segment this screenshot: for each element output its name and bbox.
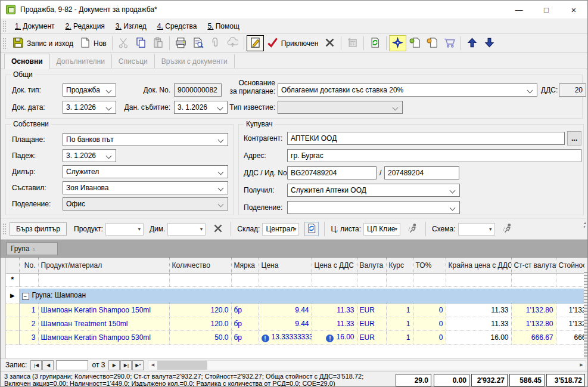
own-division-combo[interactable]: Офис	[63, 197, 228, 210]
doc-date-combo[interactable]: 3. 1.2026	[63, 101, 116, 114]
print-preview-button[interactable]	[189, 35, 207, 51]
header-no[interactable]: No.	[19, 258, 38, 273]
pricelist-combo[interactable]: ЦЛ Клие ▾	[363, 223, 400, 236]
header-value-currency[interactable]: Ст-ст валута	[511, 258, 556, 273]
record-position-input[interactable]	[56, 360, 88, 370]
edit-mode-button[interactable]	[247, 35, 264, 51]
finished-button[interactable]: Приключен	[264, 35, 322, 51]
cell-value[interactable]: 1'132	[556, 317, 584, 330]
cell-value-currency[interactable]: 1'132.80	[511, 303, 556, 317]
cell-final-price[interactable]: 11.33	[446, 303, 511, 317]
cell-unit[interactable]: бр	[231, 330, 259, 344]
scrollbar-thumb[interactable]	[157, 361, 207, 370]
tab-additional[interactable]: Допълнителни	[50, 54, 112, 68]
cell-final-price[interactable]: 16.00	[446, 330, 511, 344]
next-record-button[interactable]: ▶	[108, 360, 120, 370]
tab-main[interactable]: Основни	[4, 54, 50, 69]
product-filter-combo[interactable]: ▾	[105, 223, 144, 236]
delete-button[interactable]	[321, 35, 338, 51]
cell-product[interactable]: Шампоан Keratin Shampoo 150ml	[38, 303, 169, 317]
prev-record-button[interactable]: ◀	[42, 360, 54, 370]
payment-combo[interactable]: По банков път	[63, 133, 228, 146]
tax-event-combo[interactable]: 3. 1.2026	[174, 101, 228, 114]
copy-document-orange-button[interactable]	[424, 35, 441, 51]
header-price-vat[interactable]: Цена с ДДС	[312, 258, 357, 273]
menu-view[interactable]: 3. Изглед	[110, 20, 152, 32]
move-up-button[interactable]	[463, 35, 481, 51]
apply-scheme-button[interactable]	[500, 222, 515, 236]
cell-price-vat[interactable]: !16.00	[312, 330, 357, 344]
group-by-column-button[interactable]: Група ▵	[7, 242, 58, 255]
header-discount[interactable]: ТО%	[413, 258, 446, 273]
cell-rate[interactable]: 1	[386, 330, 413, 344]
toolbar-grip[interactable]	[3, 38, 6, 49]
cell-no[interactable]: 3	[19, 330, 38, 344]
cell-price[interactable]: !13.33333333	[259, 330, 312, 344]
cell-rate[interactable]: 1	[386, 303, 413, 317]
cell-currency[interactable]: EUR	[357, 330, 386, 344]
cell-no[interactable]: 2	[19, 317, 38, 330]
cell-value[interactable]: 666	[556, 330, 584, 344]
menu-document[interactable]: 1. Документ	[10, 20, 60, 32]
table-row[interactable]: 2 Шампоан Treatment 150ml 120.0 бр 9.44 …	[6, 317, 584, 330]
cell-rate[interactable]: 1	[386, 317, 413, 330]
copy-document-green-button[interactable]	[406, 35, 424, 51]
grid-vertical-scrollbar[interactable]	[584, 272, 587, 358]
cell-discount[interactable]: 0	[413, 330, 446, 344]
cell-price-vat[interactable]: 11.33	[312, 317, 357, 330]
scroll-left-icon[interactable]: ◀	[148, 361, 157, 370]
table-row[interactable]: 3 Шампоан Keratin Shampoo 530ml 50.0 бр …	[6, 330, 584, 344]
header-final-price[interactable]: Крайна цена с ДДС	[446, 258, 511, 273]
move-down-button[interactable]	[481, 35, 498, 51]
header-quantity[interactable]: Количество	[169, 258, 231, 273]
cell-discount[interactable]: 0	[413, 317, 446, 330]
tab-lists[interactable]: Списъци	[112, 54, 155, 68]
received-by-combo[interactable]: Служител Аптеки ООД	[287, 184, 460, 197]
buyer-division-combo[interactable]	[287, 201, 460, 214]
first-record-button[interactable]: |◀	[30, 360, 42, 370]
menu-tools[interactable]: 4. Средства	[152, 20, 203, 32]
contractor-input[interactable]	[287, 132, 565, 145]
minimize-button[interactable]: —	[505, 1, 533, 18]
cell-qty[interactable]: 120.0	[169, 317, 231, 330]
cell-qty[interactable]: 50.0	[169, 330, 231, 344]
menu-grip[interactable]	[3, 21, 6, 32]
refresh-document-button[interactable]	[366, 35, 384, 51]
cell-value-currency[interactable]: 666.67	[511, 330, 556, 344]
id-number-input[interactable]	[384, 166, 459, 179]
due-date-combo[interactable]: 3. 1.2026	[63, 149, 116, 162]
cell-unit[interactable]: бр	[231, 317, 259, 330]
scheme-combo[interactable]: ▾	[458, 223, 495, 236]
author-combo[interactable]: Зоя Иванова	[63, 181, 228, 194]
menu-edit[interactable]: 2. Редакция	[60, 20, 110, 32]
warehouse-combo[interactable]: Централ ▾	[262, 223, 299, 236]
scroll-right-icon[interactable]: ▶	[577, 361, 586, 370]
cell-product[interactable]: Шампоан Treatment 150ml	[38, 317, 169, 330]
doc-type-combo[interactable]: Продажба	[63, 83, 116, 97]
new-record-button[interactable]: ▶*	[132, 360, 144, 370]
cart-button[interactable]	[441, 35, 458, 51]
cell-discount[interactable]: 0	[413, 303, 446, 317]
contractor-browse-button[interactable]: ...	[567, 131, 581, 145]
filter-grip[interactable]	[3, 224, 6, 234]
header-value[interactable]: Стойност	[556, 258, 584, 273]
collapse-group-icon[interactable]: −	[22, 293, 29, 300]
header-price[interactable]: Цена	[259, 258, 312, 273]
header-currency[interactable]: Валута	[357, 258, 386, 273]
grid-horizontal-scrollbar[interactable]: ◀ ▶	[148, 360, 586, 370]
header-product[interactable]: Продукт/материал	[38, 258, 169, 273]
clear-filter-button[interactable]	[211, 222, 225, 236]
grounds-combo[interactable]: Облагаеми доставки със ставка 20%	[278, 83, 537, 97]
cell-product[interactable]: Шампоан Keratin Shampoo 530ml	[38, 330, 169, 344]
header-rate[interactable]: Курс	[386, 258, 413, 273]
cell-no[interactable]: 1	[19, 303, 38, 317]
filter-overflow-arrows[interactable]: ◂▸	[583, 221, 587, 228]
cell-qty[interactable]: 120.0	[169, 303, 231, 317]
header-unit[interactable]: Мярка	[231, 258, 259, 273]
dealer-combo[interactable]: Служител	[63, 165, 228, 178]
quick-filter-button[interactable]: Бърз филтър	[10, 222, 67, 236]
menu-help[interactable]: 5. Помощ	[202, 20, 244, 32]
close-button[interactable]: ×	[560, 1, 587, 18]
cell-unit[interactable]: бр	[231, 303, 259, 317]
address-input[interactable]	[287, 149, 581, 162]
